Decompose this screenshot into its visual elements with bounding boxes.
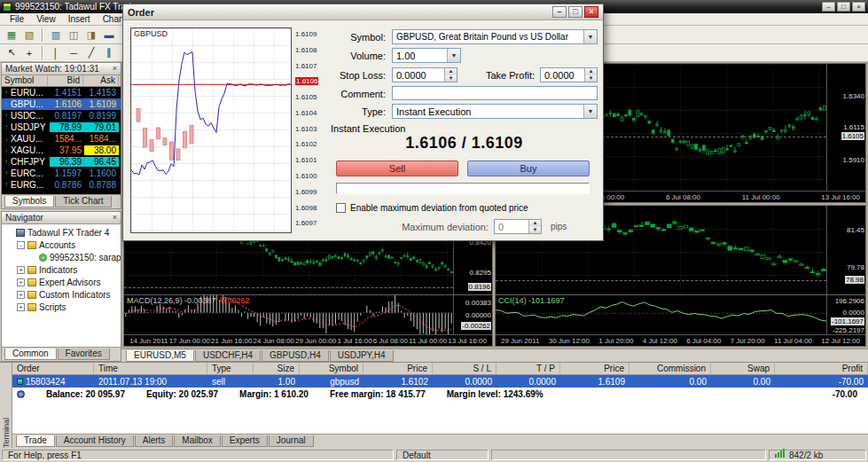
arrow-down-icon[interactable]: ▼: [445, 75, 457, 82]
maximize-button[interactable]: □: [837, 2, 850, 12]
buy-button[interactable]: Buy: [467, 161, 590, 176]
navigator-item[interactable]: Tadawul FX Trader 4: [2, 226, 121, 239]
plus-expander-icon[interactable]: +: [17, 278, 25, 286]
sell-button[interactable]: Sell: [336, 161, 458, 176]
terminal-tab-experts[interactable]: Experts: [222, 435, 268, 447]
column-header-price-5[interactable]: Price: [364, 363, 433, 374]
tab-symbols[interactable]: Symbols: [4, 196, 54, 208]
market-watch-row[interactable]: ↓XAUU...1584...1584...: [2, 133, 121, 145]
tab-tick-chart[interactable]: Tick Chart: [55, 196, 111, 208]
column-header-s-l-6[interactable]: S / L: [433, 363, 497, 374]
terminal-toggle-icon[interactable]: ▬: [100, 27, 118, 43]
menu-file[interactable]: File: [4, 14, 30, 24]
volume-select[interactable]: 1.00 ▼: [392, 48, 461, 63]
navigator-item[interactable]: +Indicators: [2, 263, 121, 276]
terminal-tab-account-history[interactable]: Account History: [56, 435, 134, 447]
market-watch-row[interactable]: ↑USDJPY78.9979.01: [2, 121, 121, 133]
navigator-item[interactable]: +Scripts: [2, 301, 121, 313]
column-header-commission-9[interactable]: Commission: [629, 363, 711, 374]
column-header-order-0[interactable]: Order: [12, 363, 94, 374]
vertical-line-icon[interactable]: │: [47, 45, 65, 60]
plus-expander-icon[interactable]: +: [17, 291, 25, 299]
profiles-icon[interactable]: ▧: [20, 27, 38, 43]
close-panel-icon[interactable]: ×: [113, 65, 117, 73]
menu-insert[interactable]: Insert: [62, 14, 97, 24]
dialog-minimize-button[interactable]: –: [552, 6, 567, 18]
cursor-icon[interactable]: ↖: [3, 45, 20, 60]
stop-loss-stepper[interactable]: 0.0000 ▲▼: [392, 67, 457, 82]
terminal-tab-mailbox[interactable]: Mailbox: [174, 435, 220, 447]
status-profile[interactable]: Default: [396, 450, 489, 460]
stepper-arrows[interactable]: ▲▼: [528, 220, 541, 233]
menu-view[interactable]: View: [30, 14, 62, 24]
stepper-arrows[interactable]: ▲▼: [584, 68, 597, 82]
column-header-symbol-4[interactable]: Symbol: [300, 363, 364, 374]
terminal-tab-alerts[interactable]: Alerts: [135, 435, 174, 447]
chart-tab-eurusd-m5[interactable]: EURUSD,M5: [126, 350, 194, 362]
order-row[interactable]: 158034242011.07.13 19:00sell1.00gbpusd1.…: [12, 375, 868, 388]
chart-tab-usdjpy-h4[interactable]: USDJPY,H4: [330, 350, 394, 362]
dialog-maximize-button[interactable]: □: [568, 6, 583, 18]
terminal-tab-trade[interactable]: Trade: [16, 435, 55, 447]
navigator-item[interactable]: +Custom Indicators: [2, 288, 121, 301]
tab-favorites[interactable]: Favorites: [58, 348, 110, 360]
column-header-size-3[interactable]: Size: [254, 363, 300, 374]
chart-tab-usdchf-h4[interactable]: USDCHF,H4: [195, 350, 261, 362]
balance-row[interactable]: Balance: 20 095.97Equity: 20 025.97Margi…: [12, 388, 868, 401]
trendline-icon[interactable]: ╱: [82, 45, 100, 60]
crosshair-icon[interactable]: +: [20, 45, 38, 60]
column-header-bid[interactable]: Bid: [48, 75, 83, 86]
column-header-time-1[interactable]: Time: [94, 363, 207, 374]
stepper-arrows[interactable]: ▲▼: [444, 68, 457, 82]
minus-expander-icon[interactable]: -: [17, 241, 25, 249]
tab-common[interactable]: Common: [4, 348, 57, 360]
column-header-ask[interactable]: Ask: [83, 75, 119, 86]
navigator-item[interactable]: +Expert Advisors: [2, 276, 121, 288]
column-header-swap-10[interactable]: Swap: [711, 363, 775, 374]
dialog-close-button[interactable]: ×: [584, 6, 598, 18]
market-watch-row[interactable]: ↑GBPU...1.61061.6109: [2, 98, 121, 110]
column-header-symbol[interactable]: Symbol: [2, 75, 48, 86]
arrow-down-icon[interactable]: ▼: [529, 227, 541, 234]
arrow-up-icon[interactable]: ▲: [529, 220, 541, 227]
market-watch-row[interactable]: ↑USDC...0.81970.8199: [2, 110, 121, 121]
plus-expander-icon[interactable]: +: [17, 303, 25, 311]
chevron-down-icon[interactable]: ▼: [447, 49, 460, 62]
arrow-up-icon[interactable]: ▲: [585, 68, 597, 75]
minimize-button[interactable]: –: [822, 2, 835, 12]
terminal-side-tab[interactable]: Terminal: [0, 363, 12, 448]
chart-tab-gbpusd-h4[interactable]: GBPUSD,H4: [262, 350, 329, 362]
max-deviation-stepper[interactable]: 0 ▲▼: [494, 219, 542, 234]
market-watch-toggle-icon[interactable]: ▥: [47, 27, 65, 43]
type-select[interactable]: Instant Execution ▼: [392, 104, 598, 119]
new-chart-icon[interactable]: ▦: [3, 27, 20, 43]
order-dialog-titlebar[interactable]: Order – □ ×: [123, 4, 603, 20]
market-watch-row[interactable]: ↑CHFJPY96.3996.45: [2, 156, 121, 168]
market-watch-row[interactable]: ↑EURG...0.87860.8788: [2, 179, 121, 191]
deviation-checkbox[interactable]: [336, 203, 346, 213]
plus-expander-icon[interactable]: +: [17, 266, 25, 274]
close-panel-icon[interactable]: ×: [113, 214, 117, 222]
symbol-select[interactable]: GBPUSD, Great Britain Pound vs US Dollar…: [392, 29, 598, 44]
chevron-down-icon[interactable]: ▼: [583, 105, 597, 118]
market-watch-row[interactable]: ↑EURU...1.41511.4153: [2, 87, 121, 98]
comment-input[interactable]: [392, 86, 598, 100]
arrow-down-icon[interactable]: ▼: [585, 75, 597, 82]
column-header-price-8[interactable]: Price: [560, 363, 629, 374]
equidistant-channel-icon[interactable]: ∥: [100, 45, 118, 60]
navigator-item[interactable]: 999523150: sarapat: [2, 251, 121, 263]
column-header-type-2[interactable]: Type: [207, 363, 254, 374]
column-header-profit-11[interactable]: Profit: [775, 363, 868, 374]
navigator-item[interactable]: -Accounts: [2, 239, 121, 251]
market-watch-row[interactable]: ↓XAGU...37.9538.00: [2, 145, 121, 156]
take-profit-stepper[interactable]: 0.0000 ▲▼: [540, 67, 598, 82]
horizontal-line-icon[interactable]: ─: [65, 45, 82, 60]
chevron-down-icon[interactable]: ▼: [583, 30, 597, 43]
column-header-t-p-7[interactable]: T / P: [497, 363, 560, 374]
terminal-tab-journal[interactable]: Journal: [269, 435, 314, 447]
close-button[interactable]: ×: [852, 2, 865, 12]
navigator-toggle-icon[interactable]: ◨: [82, 27, 100, 43]
market-watch-row[interactable]: ↑EURC...1.15971.1600: [2, 168, 121, 179]
arrow-up-icon[interactable]: ▲: [445, 68, 457, 75]
data-window-toggle-icon[interactable]: ◫: [65, 27, 82, 43]
